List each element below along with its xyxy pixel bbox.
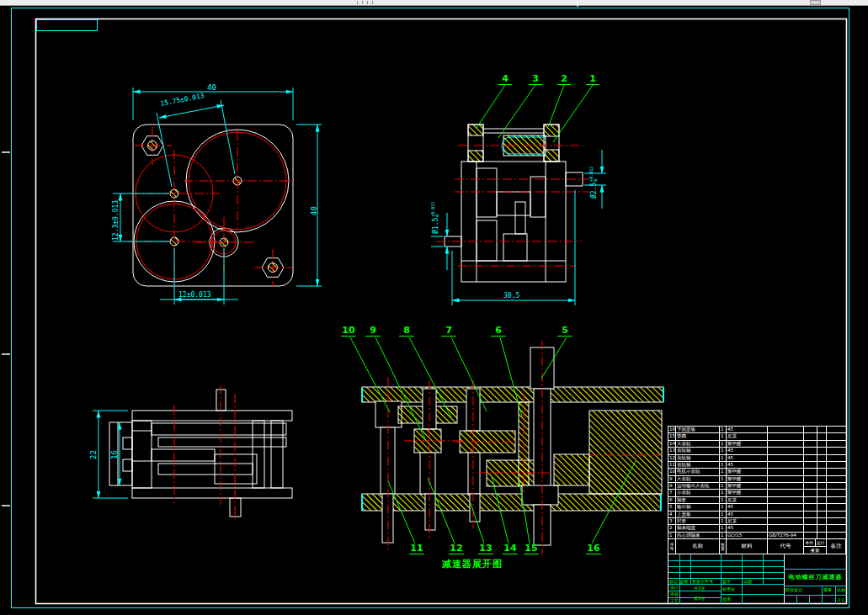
bom-cell-no: 2 — [668, 525, 676, 531]
callout-3: 3 — [529, 74, 542, 85]
bom-row: 16下固定板145 — [668, 427, 846, 433]
bom-cell-name: 轴套 — [676, 497, 720, 503]
bom-cell-remark — [827, 504, 846, 510]
bom-cell-remark — [827, 525, 846, 531]
bom-cell-no: 15 — [668, 433, 676, 439]
bom-cell-unit — [804, 469, 817, 475]
bom-row: 11齿轮轴145 — [668, 462, 846, 469]
field-sign: 签字 — [722, 579, 731, 584]
bom-cell-material: 45 — [727, 448, 768, 453]
bom-cell-material: 聚甲醛 — [727, 441, 768, 447]
section-view-lines — [431, 85, 606, 305]
bom-rows: 16下固定板14515垫圈1尼龙14大齿轮1聚甲醛13齿轮轴14512齿轮轴14… — [668, 427, 846, 539]
bom-cell-remark — [827, 490, 846, 496]
bom-cell-total — [817, 462, 827, 468]
bom-cell-material: 45 — [727, 504, 768, 510]
bom-cell-total — [817, 525, 827, 531]
bom-cell-material: 聚甲醛 — [727, 483, 768, 489]
field-date: 日期 — [743, 579, 752, 584]
callout-1: 1 — [586, 74, 599, 85]
bom-cell-no: 8 — [668, 483, 676, 489]
bom-cell-qty: 1 — [720, 476, 727, 482]
bom-cell-unit — [804, 518, 817, 524]
dim-side-outer: 22 — [89, 450, 98, 459]
bom-cell-name: 小齿轮 — [676, 490, 720, 496]
bom-cell-no: 5 — [668, 504, 676, 510]
dim-section-bottom: 30,5 — [503, 292, 519, 300]
bom-cell-material: 45 — [727, 455, 768, 461]
field-approve: 批准 — [722, 596, 731, 602]
bom-header-qty: 数量 — [720, 539, 727, 554]
bom-cell-qty: 1 — [720, 504, 727, 510]
callout-15: 15 — [524, 543, 539, 554]
dim-side-inner: 16 — [110, 450, 119, 459]
bom-cell-code — [768, 448, 804, 453]
bom-cell-unit — [804, 462, 817, 468]
bom-cell-name: 输出轴 — [676, 504, 720, 510]
bom-row: 1向心球轴承1GCr15GB/T276-94 — [668, 533, 846, 539]
bom-cell-name: 下固定板 — [676, 427, 720, 432]
callout-6: 6 — [491, 326, 506, 337]
bom-cell-no: 13 — [668, 448, 676, 453]
field-sheet-no: 第1张 — [694, 596, 705, 601]
bom-cell-qty: 1 — [720, 483, 727, 489]
bom-cell-remark — [827, 462, 846, 468]
bom-cell-no: 16 — [668, 427, 676, 432]
bom-cell-remark — [827, 469, 846, 475]
bom-cell-qty: 1 — [720, 525, 727, 531]
callout-14: 14 — [503, 543, 518, 554]
bom-cell-total — [817, 469, 827, 475]
bom-cell-name: 向心球轴承 — [676, 533, 720, 538]
bom-cell-code — [768, 497, 804, 503]
bom-cell-code — [768, 455, 804, 461]
bom-cell-no: 6 — [668, 497, 676, 503]
bom-cell-qty: 1 — [720, 448, 727, 453]
callout-2: 2 — [557, 74, 571, 85]
bom-cell-remark — [827, 448, 846, 453]
bom-cell-unit — [804, 525, 817, 531]
hatched-holes — [148, 141, 278, 273]
bom-cell-code — [768, 462, 804, 468]
leader-lines — [477, 85, 593, 142]
callout-16: 16 — [586, 543, 601, 554]
bom-cell-qty: 1 — [720, 469, 727, 475]
bom-cell-name: 上盖板 — [676, 512, 720, 517]
bom-cell-unit — [804, 441, 817, 447]
bom-cell-total — [817, 497, 827, 503]
side-view-lines — [93, 385, 292, 519]
bom-cell-material: 45 — [727, 427, 768, 432]
bom-cell-material: 尼龙 — [727, 497, 768, 503]
bom-cell-total — [817, 483, 827, 489]
bom-cell-name: 垫圈 — [676, 433, 720, 439]
centering-marks — [2, 2, 578, 506]
bom-row: 4上盖板145 — [668, 512, 846, 518]
bom-cell-qty: 1 — [720, 455, 727, 461]
bom-cell-remark — [827, 476, 846, 482]
bom-cell-name: 齿轮轴 — [676, 448, 720, 453]
field-standard: 标准化 — [722, 586, 735, 591]
bom-cell-unit — [804, 476, 817, 482]
field-check: 审核 — [670, 591, 679, 596]
bom-cell-name: 齿轮轴 — [676, 462, 720, 468]
bom-cell-code — [768, 483, 804, 489]
bom-cell-remark — [827, 518, 846, 524]
bom-cell-remark — [827, 427, 846, 432]
bom-cell-qty: 1 — [720, 497, 727, 503]
field-process: 工艺 — [670, 598, 679, 603]
field-file-no: 更改文件号 — [692, 579, 713, 584]
bom-row: 8运动输出大齿轮1聚甲醛 — [668, 483, 846, 490]
bom-cell-total — [817, 427, 827, 432]
bom-row: 14大齿轮1聚甲醛 — [668, 441, 846, 448]
bom-cell-unit — [804, 448, 817, 453]
bom-cell-qty: 1 — [720, 441, 727, 447]
bom-header-name: 名称 — [676, 539, 720, 554]
bom-cell-unit — [804, 490, 817, 496]
bom-cell-unit — [804, 427, 817, 432]
bom-cell-name: 大齿轮 — [676, 441, 720, 447]
bom-cell-unit — [804, 455, 817, 461]
bom-cell-total — [817, 476, 827, 482]
bom-cell-no: 3 — [668, 518, 676, 524]
bom-cell-remark — [827, 441, 846, 447]
bom-row: 13齿轮轴145 — [668, 448, 846, 454]
bom-cell-material: GCr15 — [727, 533, 768, 538]
